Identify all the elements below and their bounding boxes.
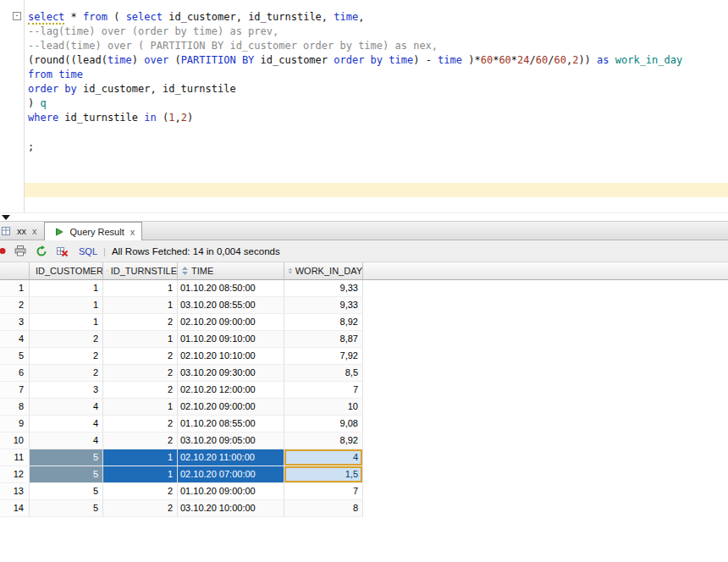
data-cell[interactable]: 8,92 [284,314,363,331]
code-line[interactable]: select * from ( select id_customer, id_t… [25,10,728,25]
data-cell[interactable]: 03.10.20 09:30:00 [178,365,284,382]
delete-icon[interactable] [55,245,70,257]
sql-editor[interactable]: - select * from ( select id_customer, id… [0,0,728,212]
row-number-cell[interactable]: 3 [0,314,30,331]
data-cell[interactable]: 1 [103,297,178,314]
row-number-cell[interactable]: 8 [0,399,30,416]
code-line[interactable]: (round((lead(time) over (PARTITION BY id… [25,53,728,68]
row-number-cell[interactable]: 2 [0,297,30,314]
data-cell[interactable]: 1 [103,449,178,466]
code-lines[interactable]: select * from ( select id_customer, id_t… [25,10,728,197]
data-cell[interactable]: 5 [30,483,103,500]
data-cell[interactable]: 01.10.20 09:00:00 [178,483,284,500]
data-cell[interactable]: 01.10.20 08:55:00 [178,416,284,433]
data-cell[interactable]: 2 [103,500,178,517]
data-cell[interactable]: 1 [30,297,103,314]
data-cell[interactable]: 1 [103,280,178,297]
data-cell[interactable]: 2 [30,365,103,382]
data-cell[interactable]: 03.10.20 08:55:00 [178,297,284,314]
table-row[interactable]: 11101.10.20 08:50:009,33 [0,280,728,297]
data-cell[interactable]: 2 [103,365,178,382]
data-cell[interactable]: 01.10.20 08:50:00 [178,280,284,297]
data-cell[interactable]: 9,33 [284,280,363,297]
data-cell[interactable]: 02.10.20 07:00:00 [178,466,284,483]
data-cell[interactable]: 1 [103,331,178,348]
data-cell[interactable]: 02.10.20 10:10:00 [178,348,284,365]
data-cell[interactable]: 8,87 [284,331,363,348]
row-number-cell[interactable]: 7 [0,382,30,399]
data-cell[interactable]: 8,5 [284,365,363,382]
data-cell[interactable]: 7 [284,483,363,500]
refresh-icon[interactable] [34,245,49,257]
data-cell[interactable]: 1 [103,466,178,483]
data-cell[interactable]: 4 [30,399,103,416]
column-header-work-in-day[interactable]: WORK_IN_DAY [284,262,363,280]
data-cell[interactable]: 1 [30,280,103,297]
row-number-cell[interactable]: 9 [0,416,30,433]
data-cell[interactable]: 03.10.20 10:00:00 [178,500,284,517]
tab-query-result[interactable]: Query Result x [44,222,143,240]
row-number-cell[interactable]: 10 [0,433,30,449]
print-icon[interactable] [13,245,28,256]
row-number-cell[interactable]: 1 [0,280,30,297]
table-row[interactable]: 42101.10.20 09:10:008,87 [0,331,728,348]
data-cell[interactable]: 2 [103,348,178,365]
code-line[interactable] [25,168,728,183]
data-cell[interactable]: 4 [30,433,103,449]
data-cell[interactable]: 4 [30,416,103,433]
row-number-cell[interactable]: 6 [0,365,30,382]
code-line[interactable] [25,183,728,197]
data-cell[interactable]: 5 [30,500,103,517]
table-row[interactable]: 115102.10.20 11:00:004 [0,449,728,466]
table-row[interactable]: 94201.10.20 08:55:009,08 [0,416,728,433]
data-cell[interactable]: 9,33 [284,297,363,314]
code-line[interactable] [25,125,728,140]
close-icon[interactable]: x [32,227,37,235]
code-line[interactable]: where id_turnstile in (1,2) [25,111,728,125]
row-number-cell[interactable]: 11 [0,449,30,466]
data-cell[interactable]: 8,92 [284,433,363,449]
table-row[interactable]: 145203.10.20 10:00:008 [0,500,728,517]
splitter-collapse-icon[interactable] [2,215,10,220]
code-line[interactable]: from time [25,68,728,82]
data-cell[interactable]: 7,92 [284,348,363,365]
table-row[interactable]: 104203.10.20 09:05:008,92 [0,433,728,449]
data-cell[interactable]: 2 [103,433,178,449]
column-header-id-turnstile[interactable]: ID_TURNSTILE [103,262,178,280]
data-cell[interactable]: 2 [103,314,178,331]
table-row[interactable]: 62203.10.20 09:30:008,5 [0,365,728,382]
column-header-id-customer[interactable]: ID_CUSTOMER [30,262,103,280]
code-line[interactable]: ) q [25,96,728,111]
row-number-cell[interactable]: 5 [0,348,30,365]
table-row[interactable]: 135201.10.20 09:00:007 [0,483,728,500]
column-header-time[interactable]: TIME [178,262,284,280]
data-cell[interactable]: 9,08 [284,416,363,433]
code-line[interactable] [25,154,728,168]
data-cell[interactable]: 1 [30,314,103,331]
code-line[interactable]: --lag(time) over (order by time) as prev… [25,25,728,39]
data-cell[interactable]: 02.10.20 12:00:00 [178,382,284,399]
sql-button[interactable]: SQL [79,246,97,256]
data-cell[interactable]: 7 [284,382,363,399]
code-line[interactable]: ; [25,140,728,154]
code-fold-icon[interactable]: - [13,12,21,20]
data-cell[interactable]: 2 [103,416,178,433]
close-icon[interactable]: x [130,228,135,236]
row-number-cell[interactable]: 12 [0,466,30,483]
table-row[interactable]: 73202.10.20 12:00:007 [0,382,728,399]
data-cell[interactable]: 02.10.20 11:00:00 [178,449,284,466]
table-row[interactable]: 84102.10.20 09:00:0010 [0,399,728,416]
data-cell[interactable]: 1 [103,399,178,416]
data-cell[interactable]: 5 [30,449,103,466]
panel-splitter[interactable] [0,212,728,221]
row-number-cell[interactable]: 13 [0,483,30,500]
data-cell[interactable]: 2 [103,382,178,399]
data-cell[interactable]: 2 [30,348,103,365]
data-cell[interactable]: 10 [284,399,363,416]
data-cell[interactable]: 02.10.20 09:00:00 [178,314,284,331]
table-row[interactable]: 31202.10.20 09:00:008,92 [0,314,728,331]
marker-icon[interactable] [0,247,7,255]
table-row[interactable]: 21103.10.20 08:55:009,33 [0,297,728,314]
data-cell[interactable]: 8 [284,500,363,517]
table-row[interactable]: 52202.10.20 10:10:007,92 [0,348,728,365]
